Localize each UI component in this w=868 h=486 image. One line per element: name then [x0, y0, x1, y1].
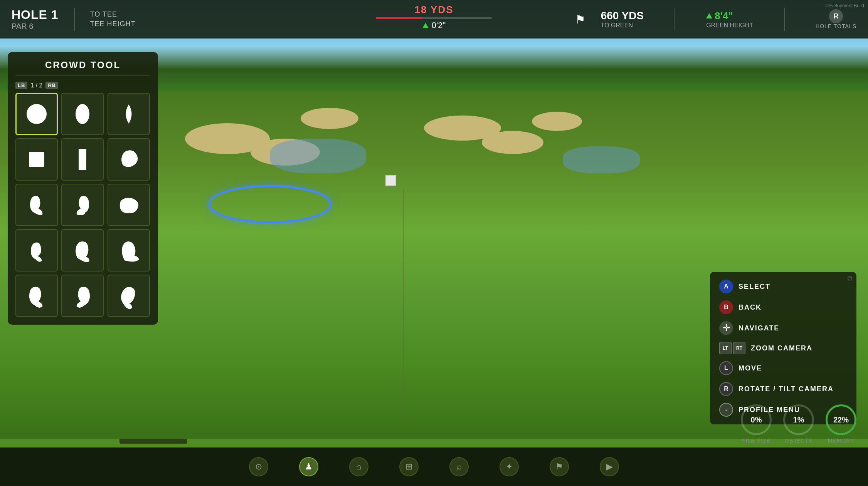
crowd-shape-foot-curved	[69, 237, 96, 264]
crowd-cell-3[interactable]	[15, 138, 58, 181]
crowd-tool-title: CROWD TOOL	[15, 60, 150, 75]
toolbar-camera[interactable]: ⊙	[249, 457, 268, 476]
svg-rect-2	[29, 152, 44, 167]
back-label: BACK	[738, 303, 762, 312]
rt-button[interactable]: RT	[733, 342, 745, 354]
toolbar-crowd[interactable]: ♟	[299, 457, 318, 476]
toolbar-settings[interactable]: ✦	[500, 457, 519, 476]
rotate-label: ROTATE / TILT CAMERA	[738, 385, 834, 393]
bunker-5	[482, 131, 543, 154]
crowd-cell-13[interactable]	[61, 275, 104, 317]
objects-value: 1%	[793, 416, 804, 424]
crowd-cell-0[interactable]	[15, 93, 58, 135]
file-size-value: 0%	[751, 416, 762, 424]
select-label: SELECT	[738, 283, 770, 291]
crowd-cell-5[interactable]	[108, 138, 150, 181]
memory-ring: 22%	[826, 404, 856, 435]
crowd-shape-rect-tall	[69, 146, 96, 173]
green-height-info: 8'4" GREEN HEIGHT	[706, 10, 753, 29]
crowd-tool-panel: CROWD TOOL LB 1 / 2 RB	[8, 52, 158, 325]
bottom-toolbar: ⊙ ♟ ⌂ ⊞ ⌕ ✦ ⚑ ▶	[0, 447, 868, 486]
zoom-label: ZOOM CAMERA	[751, 344, 812, 352]
crowd-cell-1[interactable]	[61, 93, 104, 135]
objects-ring: 1%	[783, 404, 814, 435]
file-size-ring: 0%	[741, 404, 772, 435]
hole-totals-label: HOLE TOTALS	[816, 23, 856, 29]
header-divider-1	[74, 8, 75, 31]
toolbar-flag[interactable]: ⚑	[550, 457, 569, 476]
crowd-cell-11[interactable]	[108, 229, 150, 271]
to-green-yds: 660 YDS	[601, 10, 644, 22]
distance-bar-fill	[376, 17, 422, 19]
bunker-6	[532, 112, 582, 131]
hole-totals[interactable]: R HOLE TOTALS	[816, 9, 856, 29]
toolbar-home[interactable]: ⌂	[349, 457, 368, 476]
target-ring	[208, 185, 331, 223]
rb-badge[interactable]: RB	[45, 82, 58, 89]
crowd-cell-14[interactable]	[108, 275, 150, 317]
distance-center: 18 YDS 0'2"	[376, 4, 492, 30]
crowd-shape-bean-wide	[115, 191, 142, 218]
to-tee-label: TO TEE	[90, 10, 136, 18]
toolbar-search[interactable]: ⌕	[449, 457, 469, 476]
lt-button[interactable]: LT	[719, 342, 732, 354]
crowd-shape-teardrop	[115, 101, 142, 127]
controls-panel: ⧉ A SELECT B BACK ✛ NAVIGATE LT RT ZOOM …	[710, 272, 856, 424]
green-height-val: 8'4"	[706, 10, 753, 22]
objects-stat: 1% OBJECTS	[783, 404, 814, 444]
distance-bar	[376, 17, 492, 19]
water-hazard-1	[270, 139, 366, 173]
to-green-info: 660 YDS TO GREEN	[601, 10, 644, 29]
crowd-shape-foot-large-right	[69, 282, 96, 309]
layers-icon: ⊞	[399, 457, 419, 476]
lt-rt-buttons: LT RT	[719, 342, 745, 354]
crowd-shape-bean-right	[115, 146, 142, 173]
b-button[interactable]: B	[719, 300, 733, 314]
lb-badge[interactable]: LB	[15, 82, 27, 89]
crowd-cell-10[interactable]	[61, 229, 104, 271]
control-row-select: A SELECT	[719, 280, 847, 293]
a-button[interactable]: A	[719, 280, 733, 293]
search-icon: ⌕	[449, 457, 469, 476]
page-indicator: 1 / 2	[30, 82, 42, 89]
crowd-cell-12[interactable]	[15, 275, 58, 317]
home-icon: ⌂	[349, 457, 368, 476]
toolbar-play[interactable]: ▶	[600, 457, 619, 476]
crowd-shape-foot-large-angled	[115, 282, 142, 309]
menu-button[interactable]: ≡	[719, 403, 733, 417]
memory-value: 22%	[833, 416, 849, 424]
crowd-cell-6[interactable]	[15, 184, 58, 226]
crowd-cell-4[interactable]	[61, 138, 104, 181]
l-button[interactable]: L	[719, 361, 733, 375]
control-row-move: L MOVE	[719, 361, 847, 375]
crowd-cell-7[interactable]	[61, 184, 104, 226]
crowd-shape-foot-right	[69, 191, 96, 218]
svg-rect-3	[79, 149, 86, 170]
crowd-cell-2[interactable]	[108, 93, 150, 135]
header-bar: HOLE 1 PAR 6 TO TEE TEE HEIGHT 18 YDS 0'…	[0, 0, 868, 39]
green-triangle-icon	[706, 13, 712, 18]
move-label: MOVE	[738, 364, 762, 372]
camera-icon: ⊙	[249, 457, 268, 476]
navigate-button[interactable]: ✛	[719, 321, 733, 335]
control-row-back: B BACK	[719, 300, 847, 314]
memory-stat: 22% MEMORY	[826, 404, 856, 444]
control-row-rotate: R ROTATE / TILT CAMERA	[719, 382, 847, 396]
settings-icon: ✦	[500, 457, 519, 476]
header-divider-3	[784, 8, 785, 31]
control-row-navigate: ✛ NAVIGATE	[719, 321, 847, 335]
navigate-label: NAVIGATE	[738, 324, 779, 332]
crowd-shape-foot-large-left	[23, 282, 50, 309]
tee-height-label: TEE HEIGHT	[90, 20, 136, 28]
crowd-cell-9[interactable]	[15, 229, 58, 271]
toolbar-layers[interactable]: ⊞	[399, 457, 419, 476]
svg-point-0	[27, 104, 47, 124]
panel-resize-icon[interactable]: ⧉	[848, 275, 853, 283]
header-divider-2	[675, 8, 675, 31]
crowd-cell-8[interactable]	[108, 184, 150, 226]
control-row-zoom: LT RT ZOOM CAMERA	[719, 342, 847, 354]
water-hazard-2	[563, 146, 640, 173]
r-button[interactable]: R	[719, 382, 733, 396]
crowd-shape-oval-tall	[69, 101, 96, 127]
to-green-label: TO GREEN	[601, 22, 644, 29]
